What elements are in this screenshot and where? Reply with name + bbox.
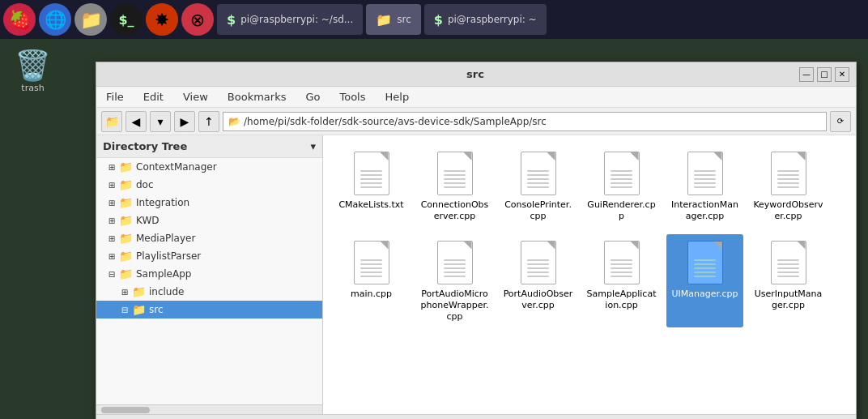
- menu-file[interactable]: File: [103, 90, 127, 104]
- menu-help[interactable]: Help: [382, 90, 413, 104]
- minimize-button[interactable]: —: [799, 67, 814, 82]
- folder-icon: 📁: [119, 232, 133, 245]
- file-item[interactable]: UserInputManager.cpp: [750, 234, 827, 328]
- folder-taskbar-icon[interactable]: 📁: [74, 3, 107, 36]
- terminal-tab-1[interactable]: $ pi@raspberrypi: ~/sd...: [217, 4, 363, 35]
- sidebar-item-src[interactable]: ⊟ 📁 src: [96, 301, 322, 319]
- file-name: ConsolePrinter.cpp: [503, 199, 573, 223]
- address-go-button[interactable]: ⟳: [830, 111, 851, 132]
- file-name: UIManager.cpp: [671, 289, 738, 300]
- folder-icon: 📁: [132, 285, 146, 298]
- file-name: GuiRenderer.cpp: [586, 199, 657, 223]
- file-item[interactable]: ConsolePrinter.cpp: [500, 145, 577, 228]
- sidebar: Directory Tree ▾ ⊞ 📁 ContextManager ⊞ 📁 …: [96, 135, 323, 414]
- file-item[interactable]: ConnectionObserver.cpp: [416, 145, 493, 228]
- sidebar-label-contextmanager: ContextManager: [136, 161, 217, 173]
- sidebar-item-sampleapp[interactable]: ⊟ 📁 SampleApp: [96, 265, 322, 283]
- nav-right-button[interactable]: ▶: [174, 111, 195, 132]
- file-icon: [519, 239, 558, 286]
- sidebar-tree[interactable]: ⊞ 📁 ContextManager ⊞ 📁 doc ⊞ 📁 Integrati…: [96, 158, 322, 404]
- menu-go[interactable]: Go: [302, 90, 323, 104]
- file-item[interactable]: UIManager.cpp: [666, 234, 743, 328]
- globe-icon[interactable]: 🌐: [39, 3, 71, 36]
- terminal-tab-2-icon: $: [434, 12, 443, 28]
- expand-icon: ⊞: [106, 215, 117, 226]
- trash-label: trash: [21, 83, 44, 93]
- file-icon: [519, 150, 558, 197]
- trash-icon[interactable]: 🗑️ trash: [15, 49, 51, 93]
- file-icon: [352, 150, 391, 197]
- sidebar-item-include[interactable]: ⊞ 📁 include: [96, 283, 322, 301]
- file-name: main.cpp: [351, 289, 392, 300]
- file-name: PortAudioObserver.cpp: [503, 289, 573, 312]
- file-icon-shape: [354, 152, 389, 195]
- terminal-tab-2-label: pi@raspberrypi: ~: [448, 14, 537, 25]
- terminal-tab-1-label: pi@raspberrypi: ~/sd...: [240, 14, 353, 25]
- file-icon-shape: [521, 241, 556, 284]
- shield-icon[interactable]: ⊗: [181, 3, 214, 36]
- file-name: PortAudioMicrophoneWrapper.cpp: [419, 289, 490, 323]
- file-icon-shape: [687, 241, 723, 284]
- title-bar: src — □ ✕: [96, 62, 856, 87]
- star-icon[interactable]: ✸: [146, 3, 178, 36]
- file-icon: [686, 150, 725, 197]
- file-icon-shape: [354, 241, 389, 284]
- close-button[interactable]: ✕: [835, 67, 849, 82]
- sidebar-item-playlistparser[interactable]: ⊞ 📁 PlaylistParser: [96, 247, 322, 265]
- taskbar: 🍓 🌐 📁 $_ ✸ ⊗ $ pi@raspberrypi: ~/sd... 📁…: [0, 0, 868, 39]
- terminal-icon[interactable]: $_: [110, 3, 143, 36]
- sidebar-horizontal-scrollbar[interactable]: [96, 404, 322, 414]
- file-item[interactable]: CMakeLists.txt: [333, 145, 410, 228]
- file-manager-window: src — □ ✕ File Edit View Bookmarks Go To…: [96, 62, 857, 419]
- folder-icon: 📁: [119, 250, 133, 263]
- folder-icon: 📁: [119, 178, 133, 191]
- file-item[interactable]: PortAudioObserver.cpp: [500, 234, 577, 328]
- main-content: Directory Tree ▾ ⊞ 📁 ContextManager ⊞ 📁 …: [96, 135, 856, 414]
- file-name: KeywordObserver.cpp: [753, 199, 823, 223]
- file-item[interactable]: SampleApplication.cpp: [583, 234, 660, 328]
- file-icon-shape: [521, 152, 556, 195]
- terminal-tab-1-icon: $: [227, 12, 236, 28]
- file-icon-shape: [771, 241, 806, 284]
- sidebar-item-doc[interactable]: ⊞ 📁 doc: [96, 176, 322, 194]
- file-icon-shape: [687, 152, 723, 195]
- sidebar-item-contextmanager[interactable]: ⊞ 📁 ContextManager: [96, 158, 322, 176]
- file-item[interactable]: PortAudioMicrophoneWrapper.cpp: [416, 234, 493, 328]
- folder-icon: 📁: [132, 303, 146, 316]
- folder-icon: 📁: [119, 196, 133, 209]
- back-button[interactable]: 📁: [101, 111, 122, 132]
- file-item[interactable]: GuiRenderer.cpp: [583, 145, 660, 228]
- menu-bookmarks[interactable]: Bookmarks: [224, 90, 290, 104]
- raspberry-icon[interactable]: 🍓: [3, 3, 36, 36]
- window-controls: — □ ✕: [799, 67, 849, 82]
- file-icon-shape: [604, 241, 640, 284]
- folder-icon: 📁: [119, 214, 133, 227]
- menu-view[interactable]: View: [180, 90, 211, 104]
- menu-edit[interactable]: Edit: [140, 90, 167, 104]
- file-item[interactable]: KeywordObserver.cpp: [750, 145, 827, 228]
- sidebar-collapse-icon[interactable]: ▾: [310, 140, 316, 152]
- status-bar: "UIManager.cpp" (11.1 KiB) C++ source co…: [96, 414, 856, 419]
- expand-icon: ⊟: [106, 268, 117, 280]
- file-area[interactable]: CMakeLists.txtConnectionObserver.cppCons…: [323, 135, 856, 414]
- nav-up-button[interactable]: ↑: [198, 111, 219, 132]
- menu-tools[interactable]: Tools: [336, 90, 368, 104]
- file-item[interactable]: main.cpp: [333, 234, 410, 328]
- sidebar-label-kwd: KWD: [136, 215, 160, 226]
- maximize-button[interactable]: □: [817, 67, 832, 82]
- nav-left-button[interactable]: ◀: [126, 111, 147, 132]
- sidebar-item-integration[interactable]: ⊞ 📁 Integration: [96, 194, 322, 212]
- file-item[interactable]: InteractionManager.cpp: [666, 145, 743, 228]
- file-name: CMakeLists.txt: [338, 199, 403, 211]
- sidebar-item-mediaplayer[interactable]: ⊞ 📁 MediaPlayer: [96, 229, 322, 247]
- file-icon: [769, 150, 808, 197]
- trash-icon-img: 🗑️: [15, 49, 51, 83]
- folder-tab[interactable]: 📁 src: [366, 4, 421, 35]
- sidebar-header: Directory Tree ▾: [96, 135, 322, 158]
- terminal-tab-2[interactable]: $ pi@raspberrypi: ~: [424, 4, 547, 35]
- sidebar-item-kwd[interactable]: ⊞ 📁 KWD: [96, 212, 322, 229]
- address-bar[interactable]: 📂 /home/pi/sdk-folder/sdk-source/avs-dev…: [223, 112, 827, 131]
- nav-dropdown-button[interactable]: ▾: [150, 111, 171, 132]
- window-title: src: [151, 68, 799, 80]
- file-icon-shape: [604, 152, 640, 195]
